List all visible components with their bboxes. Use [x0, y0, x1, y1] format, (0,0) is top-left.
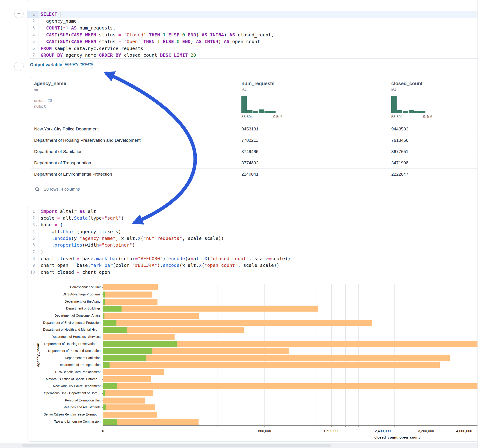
- histogram-range-labels: 53,304 9.5e6: [241, 115, 283, 119]
- table-cell: 9453131: [238, 126, 388, 132]
- column-header-num-requests[interactable]: num_requests i64 53,304 9.5e6: [238, 77, 388, 123]
- code-text: agency_name,: [41, 18, 80, 24]
- table-cell: Department of Transportation: [31, 160, 238, 165]
- y-axis-category-label: Department of Transportation: [31, 363, 101, 367]
- chart-bar-closed: [103, 369, 164, 375]
- x-axis-tick: [217, 425, 217, 427]
- x-axis-tick: [358, 425, 358, 427]
- x-axis-tick-label: 0: [85, 429, 121, 433]
- code-text: chart_open = base.mark_bar(color="#8BC34…: [41, 262, 279, 268]
- histogram-bar: [253, 111, 258, 113]
- gridline: [436, 284, 436, 425]
- y-axis-category-label: Department of Health and Mental Hyg…: [31, 328, 101, 331]
- table-row: Department of Sanitation37494853677651: [31, 146, 478, 157]
- y-axis-category-label: Department of Environmental Protection: [31, 321, 101, 324]
- column-stats: unique: 20nulls: 0: [34, 98, 238, 109]
- chart-bar-open: [103, 292, 105, 298]
- y-axis-category-label: Senior Citizen Rent Increase Exempti…: [31, 412, 101, 416]
- table-cell: 3749485: [238, 149, 388, 154]
- x-axis-line: [103, 425, 478, 426]
- line-number: 5: [32, 236, 35, 241]
- line-number: 7: [32, 53, 35, 57]
- column-type: str: [34, 88, 238, 92]
- add-cell-button-top[interactable]: +: [14, 9, 24, 18]
- gridline: [426, 284, 426, 425]
- y-axis-tick: [102, 294, 103, 295]
- table-cell: 3677651: [388, 149, 478, 154]
- code-line: 3 COUNT(*) AS num_requests,: [27, 25, 477, 31]
- column-header-agency-name[interactable]: agency_name str unique: 20nulls: 0: [31, 77, 238, 123]
- code-line: 5 .encode(y="agency_name", x=alt.X("num_…: [27, 235, 477, 242]
- table-cell: 3774892: [238, 160, 388, 165]
- column-type: i64: [391, 88, 478, 92]
- line-gutter: 10: [27, 269, 39, 275]
- y-axis-line: [103, 284, 103, 425]
- column-histogram: [391, 96, 426, 113]
- code-line: 1import altair as alt: [27, 208, 477, 215]
- chart-bar-closed: [103, 362, 440, 368]
- gridline: [301, 284, 301, 425]
- table-row: Department of Environmental Protection22…: [31, 168, 478, 180]
- table-cell: New York City Police Department: [31, 126, 238, 132]
- gridline: [446, 284, 446, 425]
- chart-bar-closed: [103, 376, 151, 382]
- y-axis-category-label: Refunds and Adjustments: [31, 405, 101, 409]
- line-number: 1: [32, 12, 35, 17]
- x-axis-tick-label: 1,600,000: [313, 429, 350, 433]
- histogram-bar: [397, 110, 402, 113]
- line-gutter: 5: [27, 235, 39, 242]
- y-axis-tick: [102, 330, 103, 330]
- y-axis-tick: [102, 323, 103, 323]
- code-text: scale = alt.Scale(type="sqrt"): [41, 215, 124, 221]
- table-row: New York City Police Department945313194…: [31, 123, 478, 135]
- previous-cell-edge: [27, 0, 478, 2]
- code-text: SELECT: [41, 11, 60, 17]
- line-gutter: 3⌄: [27, 221, 39, 228]
- line-number: 6: [32, 46, 35, 51]
- plot-top-border: [103, 284, 478, 284]
- code-text: CAST(SUM(CASE WHEN status = 'Closed' THE…: [41, 32, 274, 37]
- table-cell: 3471908: [388, 160, 478, 165]
- y-axis-tick: [102, 386, 103, 386]
- gridline: [346, 284, 346, 425]
- gridline: [217, 284, 217, 425]
- column-type: i64: [241, 88, 388, 92]
- y-axis-tick: [102, 351, 103, 351]
- chart-bar-closed: [103, 334, 175, 340]
- table-cell: 2240041: [238, 172, 388, 177]
- x-axis-tick: [383, 425, 383, 427]
- add-cell-button-middle[interactable]: +: [14, 62, 24, 71]
- x-axis-tick: [416, 425, 416, 427]
- fold-chevron-icon[interactable]: ⌄: [35, 223, 38, 226]
- line-number: 9: [32, 263, 35, 268]
- chart-bar-closed: [103, 398, 145, 404]
- output-variable-pill[interactable]: agency_tickets: [62, 60, 93, 69]
- horizontal-scrollbar-thumb[interactable]: [22, 444, 331, 447]
- code-text: .properties(width="container"): [41, 242, 135, 248]
- histogram-bar: [403, 111, 408, 113]
- x-axis-tick: [455, 425, 455, 427]
- table-cell: Department of Environmental Protection: [31, 172, 238, 177]
- gridline: [317, 284, 317, 425]
- gridline: [243, 284, 243, 425]
- y-axis-tick: [102, 309, 103, 309]
- y-axis-category-label: Operations Unit - Department of Hom…: [31, 391, 101, 395]
- histogram-bar: [270, 111, 276, 113]
- fold-chevron-icon[interactable]: ⌄: [35, 13, 38, 16]
- y-axis-tick: [102, 400, 103, 401]
- x-axis-tick: [243, 425, 243, 427]
- line-gutter: 3: [27, 25, 39, 31]
- code-line: 9chart_open = base.mark_bar(color="#8BC3…: [27, 262, 477, 269]
- y-axis-tick: [102, 422, 103, 422]
- column-header-closed-count[interactable]: closed_count i64 53,304 9.4e6: [388, 77, 478, 123]
- search-icon[interactable]: [35, 187, 40, 192]
- code-text: GROUP BY agency_name ORDER BY closed_cou…: [41, 52, 196, 58]
- line-number: 3: [32, 25, 35, 30]
- chart-bar-open: [103, 355, 146, 361]
- line-gutter: 1⌄: [27, 11, 39, 18]
- gridline: [455, 284, 455, 425]
- y-axis-title: agency_name: [36, 334, 40, 376]
- line-gutter: 8: [27, 255, 39, 262]
- line-number: 2: [32, 19, 35, 23]
- chart-bar-closed: [103, 305, 318, 311]
